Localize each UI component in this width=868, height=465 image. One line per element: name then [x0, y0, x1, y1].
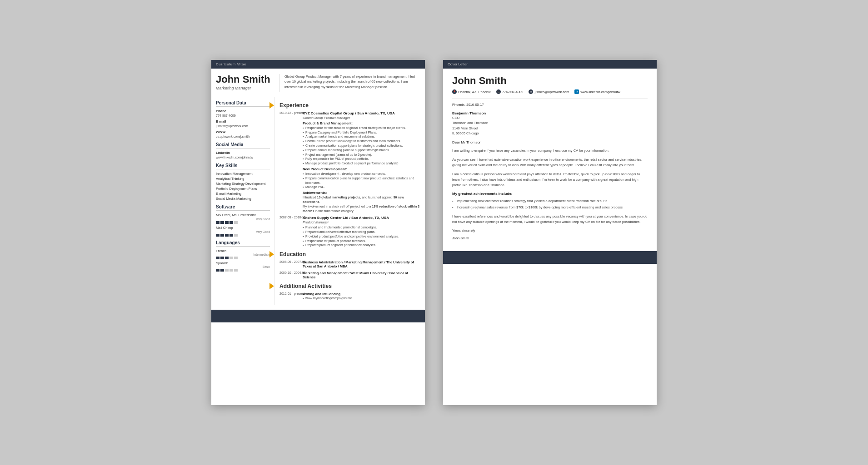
software-heading: Software	[216, 204, 270, 211]
add-dates: 2012-01 - present	[279, 292, 300, 295]
add-row: 2012-01 - present Writing and Influencin…	[279, 292, 420, 301]
cv-name: John Smith	[216, 74, 276, 85]
language-rating-2	[216, 269, 270, 272]
software-level: Very Good	[256, 218, 270, 221]
personal-data-heading: Personal Data	[216, 100, 270, 107]
education-heading: Education	[279, 251, 420, 257]
exp-bullet: Responsible for the creation of global b…	[303, 126, 420, 130]
additional-item-1: 2012-01 - present Writing and Influencin…	[279, 292, 420, 301]
cl-date: Phoenix, 2016-05-17	[452, 103, 648, 107]
phone-icon: 📞	[496, 89, 501, 94]
exp-bullet: Responsible for product portfolio foreca…	[303, 239, 420, 243]
software-level: Very Good	[256, 230, 270, 233]
exp-achievement-2: My involvement in a stock sell-off proje…	[303, 204, 420, 213]
experience-heading: Experience	[279, 102, 420, 109]
cl-achievement-2: Increasing regional sales revenue from $…	[452, 205, 648, 210]
recipient-address: 1140 Main Street	[452, 126, 648, 131]
cv-body: Personal Data Phone 774-987-4009 E-mail …	[211, 97, 425, 305]
exp-bullet: Fully responsible for P&L of product por…	[303, 157, 420, 161]
edu-content: Business Administration / Marketing Mana…	[303, 260, 420, 268]
exp-bullet: Manage product portfolio (product segmen…	[303, 161, 420, 166]
exp-bullet: Planned and implemented promotional camp…	[303, 225, 420, 230]
www-value: cv.uptowork.com/j.smith	[216, 134, 270, 139]
cl-contact-row: 📍 Phoenix, AZ, Phoenix 📞 774-987-4009 ✉ …	[452, 89, 648, 94]
key-skills-heading: Key Skills	[216, 163, 270, 169]
exp-role: Product Manager	[303, 220, 420, 224]
cl-divider	[452, 99, 648, 99]
exp-dates: 2007-09 - 2010-11	[279, 216, 300, 219]
add-detail: www.mymarketingcampaigns.me	[303, 296, 420, 301]
education-item-1: 2005-09 - 2007-05 Business Administratio…	[279, 260, 420, 268]
dot	[225, 234, 229, 237]
skill-item: Portfolio Deployment Plans	[216, 187, 270, 191]
cl-salutation: Dear Mr Thomson	[452, 140, 648, 144]
language-item-1: French Intermediate	[216, 249, 270, 259]
software-rating-1	[216, 221, 270, 224]
skill-item: Social Media Marketing	[216, 197, 270, 201]
cl-achievement-1: Implementing new customer relations stra…	[452, 198, 648, 203]
cv-document: Curriculum Vitae John Smith Marketing Ma…	[211, 60, 425, 405]
exp-bullet: Manage P&L.	[303, 185, 420, 189]
language-item-2: Spanish Basic	[216, 261, 270, 272]
cl-paragraph-2: As you can see, I have had extensive vac…	[452, 157, 648, 168]
dot	[225, 257, 229, 259]
email-value: j.smith@uptowork.com	[216, 124, 270, 128]
add-title: Writing and Influencing	[303, 292, 420, 296]
cl-location: 📍 Phoenix, AZ, Phoenix	[452, 89, 491, 94]
cover-letter-document: Cover Letter John Smith 📍 Phoenix, AZ, P…	[443, 60, 657, 405]
dot	[216, 221, 219, 224]
dot	[229, 221, 233, 224]
recipient-city: IL 60605 Chicago	[452, 131, 648, 136]
exp-dates: 2010-12 - present	[279, 111, 300, 114]
recipient-role: CEO	[452, 115, 648, 120]
dot	[229, 257, 233, 259]
cv-summary: Global Group Product Manager with 7 year…	[284, 74, 420, 89]
cl-footer	[443, 251, 657, 264]
exp-bullet: Prepare annual marketing plans to suppor…	[303, 148, 420, 153]
edu-date-col: 2000-10 - 2004-05	[279, 271, 300, 279]
cl-name: John Smith	[452, 75, 648, 87]
edu-degree: Business Administration / Marketing Mana…	[303, 260, 420, 268]
skill-item: E-mail Marketing	[216, 192, 270, 196]
cl-paragraph-3: I am a conscientious person who works ha…	[452, 172, 648, 188]
cl-linkedin-text: www.linkedin.com/johnutw	[580, 90, 620, 94]
language-level: Basic	[263, 265, 270, 268]
exp-content: XYZ Cosmetics Capital Group / San Antoni…	[303, 111, 420, 213]
cl-location-text: Phoenix, AZ, Phoenix	[458, 90, 491, 94]
phone-label: Phone	[216, 109, 270, 113]
linkedin-icon: in	[574, 89, 579, 94]
exp-date-col: 2010-12 - present	[279, 111, 300, 213]
dot	[229, 234, 233, 237]
cl-phone: 📞 774-987-4009	[496, 89, 524, 94]
exp-bullet: Prepared product segment performance ana…	[303, 243, 420, 247]
dot	[225, 221, 229, 224]
cl-valediction: Yours sincerely	[452, 228, 648, 232]
language-level: Intermediate	[254, 253, 270, 256]
software-name: Mail Chimp	[216, 226, 270, 230]
cv-header-bar: Curriculum Vitae	[211, 60, 425, 69]
languages-heading: Languages	[216, 240, 270, 247]
experience-item-2: 2007-09 - 2010-11 Kitchen Supply Center …	[279, 216, 420, 247]
cl-signature: John Smith	[452, 236, 648, 240]
exp-bullet: Innovation development - develop new pro…	[303, 172, 420, 176]
exp-achievement: I finalized 10 global marketing projects…	[303, 195, 420, 204]
cl-content: John Smith 📍 Phoenix, AZ, Phoenix 📞 774-…	[443, 69, 657, 247]
skill-item: Marketing Strategy Development	[216, 182, 270, 186]
add-date-col: 2012-01 - present	[279, 292, 300, 301]
cl-header-bar: Cover Letter	[443, 60, 657, 69]
email-label: E-mail	[216, 119, 270, 124]
exp-company: XYZ Cosmetics Capital Group / San Antoni…	[303, 111, 420, 115]
cl-phone-text: 774-987-4009	[502, 90, 524, 94]
cl-achievements-title: My greatest achievements include:	[452, 192, 648, 196]
dot	[216, 269, 219, 272]
exp-bullet: Project management (teams of up to 5 peo…	[303, 153, 420, 157]
cl-email-text: j.smith@uptowork.com	[534, 90, 569, 94]
language-rating-1	[216, 257, 270, 259]
edu-degree: Marketing and Management / West Miami Un…	[303, 271, 420, 279]
language-name: Spanish	[216, 261, 270, 265]
cv-left-name-panel: John Smith Marketing Manager	[216, 74, 279, 92]
experience-item-1: 2010-12 - present XYZ Cosmetics Capital …	[279, 111, 420, 213]
exp-bullet: Prepare Category and Portfolio Deploymen…	[303, 130, 420, 135]
cv-summary-panel: Global Group Product Manager with 7 year…	[279, 74, 420, 92]
exp-bullet: Communicate product knowledge to custome…	[303, 139, 420, 143]
